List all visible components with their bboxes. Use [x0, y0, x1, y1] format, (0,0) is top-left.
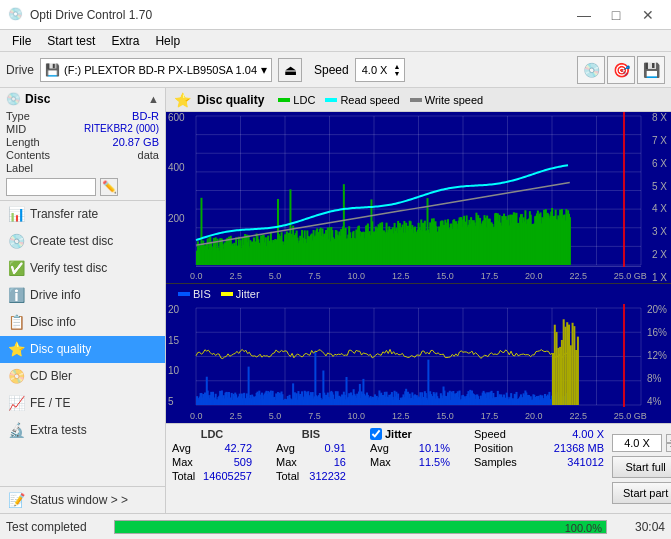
- toolbar-icon-group: 💿 🎯 💾: [577, 56, 665, 84]
- bis-max-row: Max 16: [276, 456, 346, 468]
- speed-selector-down[interactable]: ▼: [666, 443, 671, 452]
- extra-tests-label: Extra tests: [30, 423, 87, 437]
- sidebar-item-cd-bler[interactable]: 📀 CD Bler: [0, 363, 165, 390]
- jitter-dot: [221, 292, 233, 296]
- speed-selector-up[interactable]: ▲: [666, 434, 671, 443]
- bis-total-val: 312232: [309, 470, 346, 482]
- length-label: Length: [6, 136, 50, 148]
- speed-label: Speed: [314, 63, 349, 77]
- close-button[interactable]: ✕: [633, 5, 663, 25]
- transfer-rate-label: Transfer rate: [30, 207, 98, 221]
- speed-selector-arrows[interactable]: ▲ ▼: [666, 434, 671, 452]
- disc-header-title: Disc: [25, 92, 50, 106]
- transfer-rate-icon: 📊: [8, 206, 24, 222]
- ldc-max-row: Max 509: [172, 456, 252, 468]
- menu-file[interactable]: File: [4, 32, 39, 50]
- status-window-icon: 📝: [8, 492, 24, 508]
- eject-button[interactable]: ⏏: [278, 58, 302, 82]
- avg-label-ldc: Avg: [172, 442, 191, 454]
- read-speed-label: Read speed: [340, 94, 399, 106]
- start-part-button[interactable]: Start part: [612, 482, 671, 504]
- jitter-avg-row: Avg 10.1%: [370, 442, 450, 454]
- total-label-ldc: Total: [172, 470, 195, 482]
- status-time: 30:04: [615, 520, 665, 534]
- progress-bar: 100.0%: [114, 520, 607, 534]
- mid-label: MID: [6, 123, 50, 135]
- sidebar-item-status-window[interactable]: 📝 Status window > >: [0, 486, 165, 513]
- jitter-max-row: Max 11.5%: [370, 456, 450, 468]
- disc-label-key: Label: [6, 162, 50, 174]
- start-full-button[interactable]: Start full: [612, 456, 671, 478]
- speed-position-stats: Speed 4.00 X Position 21368 MB Samples 3…: [474, 428, 604, 509]
- speed-key: Speed: [474, 428, 506, 440]
- sidebar: 💿 Disc ▲ Type BD-R MID RITEKBR2 (000) Le…: [0, 88, 166, 513]
- sidebar-item-create-test-disc[interactable]: 💿 Create test disc: [0, 228, 165, 255]
- label-input[interactable]: [6, 178, 96, 196]
- speed-control[interactable]: 4.0 X ▲ ▼: [355, 58, 406, 82]
- contents-label: Contents: [6, 149, 50, 161]
- menu-help[interactable]: Help: [147, 32, 188, 50]
- maximize-button[interactable]: □: [601, 5, 631, 25]
- ldc-header: LDC: [172, 428, 252, 440]
- app-icon: 💿: [8, 7, 24, 23]
- jitter-checkbox[interactable]: [370, 428, 382, 440]
- create-test-disc-icon: 💿: [8, 233, 24, 249]
- red-marker-lower: [623, 304, 625, 407]
- speed-row: Speed 4.00 X: [474, 428, 604, 440]
- sidebar-item-disc-info[interactable]: 📋 Disc info: [0, 309, 165, 336]
- ldc-stats: LDC Avg 42.72 Max 509 Total 14605257: [172, 428, 252, 509]
- speed-arrows[interactable]: ▲ ▼: [391, 63, 402, 77]
- drive-selector[interactable]: 💾 (F:) PLEXTOR BD-R PX-LB950SA 1.04 ▾: [40, 58, 272, 82]
- app-title: Opti Drive Control 1.70: [30, 8, 569, 22]
- menu-extra[interactable]: Extra: [103, 32, 147, 50]
- legend-bis: BIS: [178, 288, 211, 300]
- samples-key: Samples: [474, 456, 517, 468]
- cd-bler-icon: 📀: [8, 368, 24, 384]
- type-value: BD-R: [54, 110, 159, 122]
- title-bar: 💿 Opti Drive Control 1.70 — □ ✕: [0, 0, 671, 30]
- legend-read-speed: Read speed: [325, 94, 399, 106]
- max-label-ldc: Max: [172, 456, 193, 468]
- label-edit-button[interactable]: ✏️: [100, 178, 118, 196]
- extra-tests-icon: 🔬: [8, 422, 24, 438]
- sidebar-item-transfer-rate[interactable]: 📊 Transfer rate: [0, 201, 165, 228]
- legend-write-speed: Write speed: [410, 94, 484, 106]
- disc-section: 💿 Disc ▲ Type BD-R MID RITEKBR2 (000) Le…: [0, 88, 165, 201]
- lower-chart-canvas: [166, 304, 671, 423]
- read-speed-dot: [325, 98, 337, 102]
- jitter-header: Jitter: [385, 428, 412, 440]
- upper-chart-canvas: [166, 112, 671, 283]
- content-header-title: Disc quality: [197, 93, 264, 107]
- jitter-max-val: 11.5%: [419, 456, 450, 468]
- speed-down-arrow[interactable]: ▼: [391, 70, 402, 77]
- disc-header: 💿 Disc ▲: [6, 92, 159, 106]
- disc-quality-icon: ⭐: [8, 341, 24, 357]
- drive-label: Drive: [6, 63, 34, 77]
- stats-bar: LDC Avg 42.72 Max 509 Total 14605257 BIS: [166, 423, 671, 513]
- legend: LDC Read speed Write speed: [278, 94, 483, 106]
- progress-fill: [115, 521, 606, 533]
- sidebar-item-drive-info[interactable]: ℹ️ Drive info: [0, 282, 165, 309]
- sidebar-item-verify-test-disc[interactable]: ✅ Verify test disc: [0, 255, 165, 282]
- drive-info-icon: ℹ️: [8, 287, 24, 303]
- ldc-label: LDC: [293, 94, 315, 106]
- menu-start-test[interactable]: Start test: [39, 32, 103, 50]
- sidebar-item-extra-tests[interactable]: 🔬 Extra tests: [0, 417, 165, 444]
- disc-collapse-icon[interactable]: ▲: [148, 93, 159, 105]
- speed-value: 4.0 X: [358, 64, 392, 76]
- position-val: 21368 MB: [554, 442, 604, 454]
- speed-val: 4.00 X: [572, 428, 604, 440]
- progress-label: 100.0%: [565, 521, 602, 535]
- toolbar-btn-2[interactable]: 🎯: [607, 56, 635, 84]
- toolbar-btn-1[interactable]: 💿: [577, 56, 605, 84]
- mid-value: RITEKBR2 (000): [54, 123, 159, 135]
- toolbar-btn-3[interactable]: 💾: [637, 56, 665, 84]
- ldc-total-val: 14605257: [203, 470, 252, 482]
- speed-up-arrow[interactable]: ▲: [391, 63, 402, 70]
- speed-selector-row: 4.0 X ▲ ▼: [612, 434, 671, 452]
- sidebar-item-fe-te[interactable]: 📈 FE / TE: [0, 390, 165, 417]
- bis-header: BIS: [276, 428, 346, 440]
- minimize-button[interactable]: —: [569, 5, 599, 25]
- drive-info-label: Drive info: [30, 288, 81, 302]
- sidebar-item-disc-quality[interactable]: ⭐ Disc quality: [0, 336, 165, 363]
